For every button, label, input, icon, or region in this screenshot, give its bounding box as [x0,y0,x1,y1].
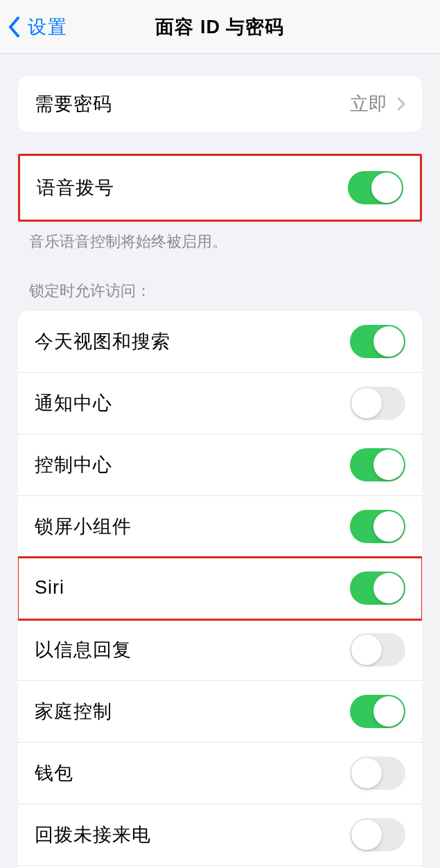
lock-access-row: 控制中心 [18,434,422,496]
require-passcode-label: 需要密码 [35,91,112,116]
lock-access-toggle[interactable] [350,448,405,481]
lock-access-item-label: 控制中心 [35,452,112,477]
lock-access-row: 锁屏小组件 [18,496,422,558]
lock-access-row: 回拨未接来电 [18,804,422,866]
chevron-right-icon [397,97,405,111]
require-passcode-row[interactable]: 需要密码 立即 [18,76,422,132]
lock-access-item-label: 钱包 [35,761,73,786]
lock-access-item-label: 以信息回复 [35,637,132,662]
chevron-left-icon [8,17,21,37]
lock-access-row: 今天视图和搜索 [18,311,422,373]
lock-access-row: 家庭控制 [18,681,422,743]
lock-access-row: 钱包 [18,743,422,804]
page-title: 面容 ID 与密码 [155,15,284,39]
lock-access-row: Siri [18,558,422,619]
lock-access-item-label: 今天视图和搜索 [35,329,170,354]
voice-dial-row: 语音拨号 [20,156,420,220]
voice-dial-label: 语音拨号 [37,175,114,200]
lock-access-toggle[interactable] [350,695,405,728]
lock-access-row: 通知中心 [18,373,422,434]
lock-access-header: 锁定时允许访问： [0,253,440,301]
lock-access-toggle[interactable] [350,633,405,666]
lock-access-row: 以信息回复 [18,619,422,681]
lock-access-toggle[interactable] [350,818,405,851]
lock-access-group: 今天视图和搜索通知中心控制中心锁屏小组件Siri以信息回复家庭控制钱包回拨未接来… [18,311,422,868]
voice-dial-group: 语音拨号 [18,154,422,222]
back-button[interactable]: 设置 [0,15,68,39]
require-passcode-value: 立即 [350,91,387,116]
voice-dial-footer: 音乐语音控制将始终被启用。 [0,222,440,253]
lock-access-item-label: 锁屏小组件 [35,514,132,539]
lock-access-item-label: 回拨未接来电 [35,822,151,847]
voice-dial-toggle[interactable] [348,171,403,204]
back-label: 设置 [28,15,68,39]
lock-access-toggle[interactable] [350,387,405,420]
lock-access-toggle[interactable] [350,325,405,358]
lock-access-toggle[interactable] [350,572,405,605]
lock-access-item-label: 家庭控制 [35,699,112,724]
lock-access-item-label: 通知中心 [35,391,112,416]
lock-access-item-label: Siri [35,577,64,599]
navigation-header: 设置 面容 ID 与密码 [0,0,440,54]
lock-access-toggle[interactable] [350,756,405,790]
lock-access-toggle[interactable] [350,510,405,543]
require-passcode-group: 需要密码 立即 [18,76,422,132]
